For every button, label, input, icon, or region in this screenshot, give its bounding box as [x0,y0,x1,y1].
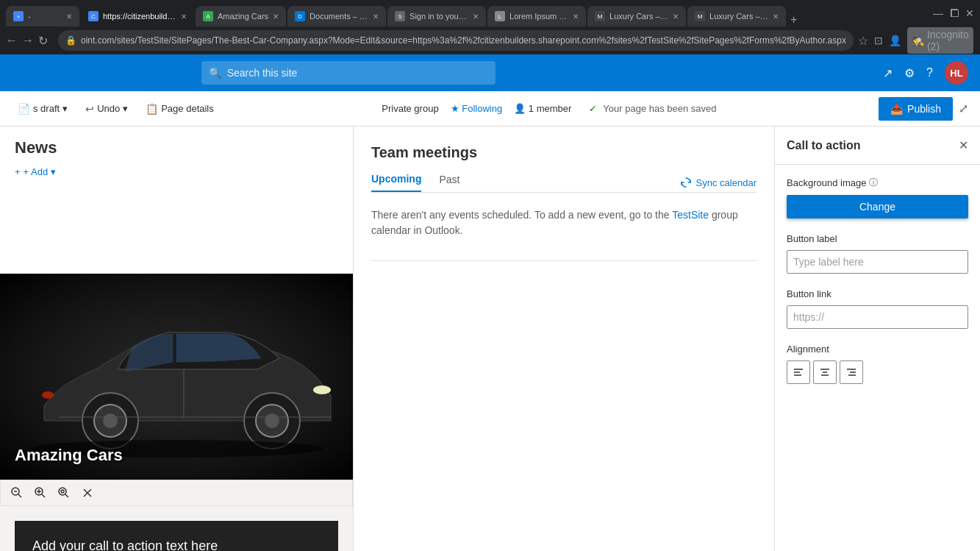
saved-message: Your page has been saved [603,103,716,114]
page-details-icon: 📋 [146,103,158,115]
undo-button[interactable]: ↩ Undo ▾ [79,100,134,118]
align-center-button[interactable] [813,360,837,384]
incognito-icon: 🕵 [912,35,924,46]
alignment-section: Alignment [787,344,968,384]
close-zoom-icon [82,488,93,498]
svg-point-20 [59,488,66,495]
private-group-label: Private group [382,103,438,114]
back-icon[interactable]: ← [6,34,18,48]
tab-7[interactable]: M Luxury Cars – Sedans... ✕ [587,6,686,26]
following-label[interactable]: ★ Following [451,103,503,114]
team-meetings-title: Team meetings [371,144,757,161]
svg-point-5 [103,413,118,428]
incognito-badge: 🕵 Incognito (2) [907,27,973,54]
left-column: News + + Add ▾ [0,127,353,551]
align-center-icon [819,366,831,378]
tab-close-8[interactable]: ✕ [773,13,779,21]
profile-icon[interactable]: 👤 [889,35,901,46]
incognito-label: Incognito (2) [927,29,969,52]
cta-banner: Add your call to action text here Button [0,506,353,551]
tab-close-5[interactable]: ✕ [473,13,479,21]
bg-image-label-text: Background image [787,177,866,188]
close-window-icon[interactable]: ✕ [965,7,974,19]
tab-past[interactable]: Past [439,174,459,191]
tab-close-4[interactable]: ✕ [373,13,379,21]
tab-title-4: Documents – OneDri... [310,12,368,21]
tab-close-7[interactable]: ✕ [673,13,679,21]
page-details-label: Page details [161,103,214,114]
tab-8[interactable]: M Luxury Cars – Sedans... ✕ [687,6,786,26]
car-image-section: Amazing Cars [0,274,353,480]
cast-icon[interactable]: ⊡ [874,35,883,46]
address-bar-row: ← → ↻ 🔒 oint.com/sites/TestSite/SitePage… [0,26,980,54]
draft-button[interactable]: 📄 s draft ▾ [12,100,74,118]
close-zoom-button[interactable] [77,483,98,503]
testsite-link[interactable]: TestSite [672,209,709,221]
zoom-out-button[interactable] [7,483,27,503]
tab-upcoming[interactable]: Upcoming [371,173,421,192]
crop-icon [58,487,70,499]
align-left-button[interactable] [787,360,810,384]
main-layout: News + + Add ▾ [0,127,980,551]
crop-button[interactable] [54,483,74,503]
button-link-input[interactable] [787,305,968,329]
change-image-button[interactable]: Change [787,195,968,218]
expand-icon[interactable]: ⤢ [959,102,968,115]
tab-close-1[interactable]: ✕ [66,13,72,21]
bookmark-icon[interactable]: ☆ [858,34,868,48]
reload-icon[interactable]: ↻ [38,34,48,48]
panel-close-button[interactable]: ✕ [959,138,968,152]
lock-icon: 🔒 [65,35,76,46]
add-chevron: ▾ [51,166,56,177]
new-tab-button[interactable]: + [790,13,797,26]
button-link-label: Button link [787,288,968,299]
maximize-icon[interactable]: ⧠ [949,7,959,19]
car-overlay-text: Amazing Cars [15,446,123,465]
cta-inner: Add your call to action text here Button [15,521,338,551]
tab-title-2: https://citizenbuilders... [103,12,176,21]
tab-2[interactable]: C https://citizenbuilders... ✕ [81,6,194,26]
button-label-input[interactable] [787,250,968,274]
tab-5[interactable]: S Sign in to your accou... ✕ [387,6,486,26]
button-link-section: Button link [787,288,968,329]
sync-calendar-label: Sync calendar [696,177,757,188]
tab-favicon-4: D [295,11,305,21]
content-row: News + + Add ▾ [0,127,774,551]
zoom-in-button[interactable] [30,483,51,503]
add-label: + Add [24,166,49,177]
tab-close-3[interactable]: ✕ [273,13,279,21]
publish-button[interactable]: 📤 Publish [879,97,953,121]
minimize-icon[interactable]: — [933,7,943,19]
sync-calendar-button[interactable]: Sync calendar [680,177,757,188]
tab-3[interactable]: A Amazing Cars ✕ [196,6,286,26]
tab-title-5: Sign in to your accou... [409,12,468,21]
tab-close-6[interactable]: ✕ [573,13,579,21]
align-right-button[interactable] [840,360,863,384]
search-box[interactable]: 🔍 Search this site [201,61,496,85]
tab-favicon-3: A [203,11,213,21]
add-news-button[interactable]: + + Add ▾ [15,166,338,177]
forward-icon[interactable]: → [22,34,34,48]
help-icon[interactable]: ? [926,66,933,79]
tab-1[interactable]: × - ✕ [6,6,79,26]
tab-6[interactable]: L Lorem Ipsum – All the... ✕ [487,6,586,26]
align-right-icon [845,366,857,378]
browser-extra-controls: ☆ ⊡ 👤 🕵 Incognito (2) ⊞ ⋮ [858,27,980,54]
tab-title-3: Amazing Cars [218,12,268,21]
settings-icon[interactable]: ⚙ [904,66,915,80]
empty-events-message: There aren't any events scheduled. To ad… [371,207,757,238]
avatar[interactable]: HL [945,61,968,85]
svg-point-8 [265,413,279,428]
align-left-icon [793,366,804,378]
page-details-button[interactable]: 📋 Page details [140,100,220,118]
tab-bar: × - ✕ C https://citizenbuilders... ✕ A A… [6,0,930,26]
tab-close-2[interactable]: ✕ [181,13,187,21]
share-icon[interactable]: ↗ [883,66,893,80]
tab-title-1: - [28,12,31,21]
tab-4[interactable]: D Documents – OneDri... ✕ [287,6,386,26]
draft-label: s draft [33,103,60,114]
address-bar[interactable]: 🔒 oint.com/sites/TestSite/SitePages/The-… [58,30,854,51]
member-count: 👤 1 member [514,103,571,114]
info-icon[interactable]: ⓘ [869,177,878,189]
news-title: News [15,138,338,157]
